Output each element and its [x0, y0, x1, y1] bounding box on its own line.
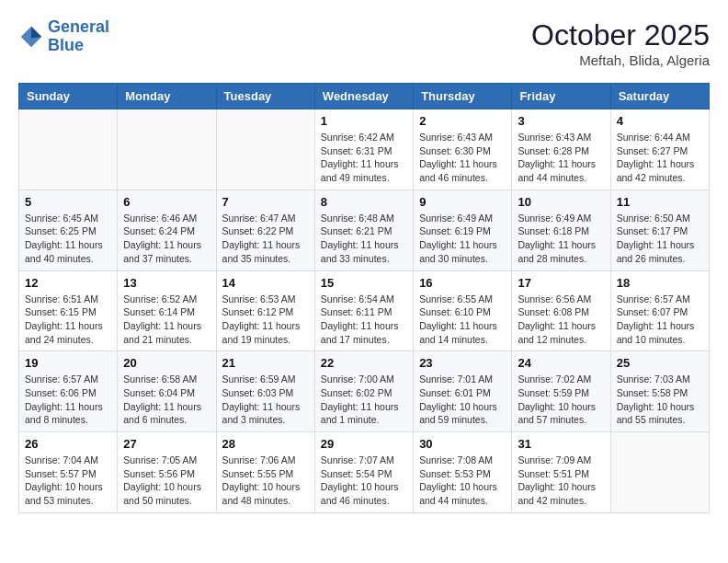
day-info: Sunrise: 6:49 AMSunset: 6:18 PMDaylight:…	[518, 212, 604, 266]
calendar-week-row: 12Sunrise: 6:51 AMSunset: 6:15 PMDayligh…	[19, 270, 710, 351]
day-number: 2	[419, 114, 506, 128]
day-number: 8	[321, 195, 407, 209]
day-info: Sunrise: 6:47 AMSunset: 6:22 PMDaylight:…	[222, 212, 309, 266]
calendar-day-cell	[19, 109, 118, 190]
weekday-header: Saturday	[610, 84, 709, 109]
calendar-day-cell: 14Sunrise: 6:53 AMSunset: 6:12 PMDayligh…	[216, 270, 314, 351]
page-title: October 2025	[531, 18, 710, 52]
calendar-day-cell: 11Sunrise: 6:50 AMSunset: 6:17 PMDayligh…	[610, 190, 709, 270]
calendar-week-row: 19Sunrise: 6:57 AMSunset: 6:06 PMDayligh…	[19, 351, 710, 432]
logo-icon	[18, 24, 44, 50]
day-info: Sunrise: 6:51 AMSunset: 6:15 PMDaylight:…	[25, 293, 111, 347]
day-number: 17	[518, 276, 604, 290]
day-number: 30	[419, 437, 506, 451]
day-info: Sunrise: 7:07 AMSunset: 5:54 PMDaylight:…	[321, 454, 407, 508]
calendar-day-cell: 12Sunrise: 6:51 AMSunset: 6:15 PMDayligh…	[19, 270, 118, 351]
day-info: Sunrise: 6:55 AMSunset: 6:10 PMDaylight:…	[419, 293, 506, 347]
calendar-day-cell: 19Sunrise: 6:57 AMSunset: 6:06 PMDayligh…	[19, 351, 118, 432]
weekday-header: Thursday	[414, 84, 512, 109]
day-number: 3	[518, 114, 604, 128]
calendar-day-cell: 18Sunrise: 6:57 AMSunset: 6:07 PMDayligh…	[610, 270, 709, 351]
weekday-header: Sunday	[19, 84, 118, 109]
page-header: General Blue October 2025 Meftah, Blida,…	[18, 18, 710, 68]
day-info: Sunrise: 6:54 AMSunset: 6:11 PMDaylight:…	[321, 293, 407, 347]
day-info: Sunrise: 7:01 AMSunset: 6:01 PMDaylight:…	[419, 373, 506, 427]
day-number: 1	[321, 114, 407, 128]
day-info: Sunrise: 6:42 AMSunset: 6:31 PMDaylight:…	[321, 131, 407, 185]
calendar-day-cell: 3Sunrise: 6:43 AMSunset: 6:28 PMDaylight…	[512, 109, 610, 190]
logo-text: General Blue	[48, 18, 109, 55]
calendar-day-cell: 16Sunrise: 6:55 AMSunset: 6:10 PMDayligh…	[414, 270, 512, 351]
calendar-day-cell	[610, 432, 709, 513]
day-info: Sunrise: 7:08 AMSunset: 5:53 PMDaylight:…	[419, 454, 506, 508]
calendar-day-cell: 31Sunrise: 7:09 AMSunset: 5:51 PMDayligh…	[512, 432, 610, 513]
calendar-day-cell: 29Sunrise: 7:07 AMSunset: 5:54 PMDayligh…	[314, 432, 413, 513]
day-number: 25	[617, 356, 703, 370]
calendar-day-cell: 6Sunrise: 6:46 AMSunset: 6:24 PMDaylight…	[118, 190, 216, 270]
day-info: Sunrise: 6:58 AMSunset: 6:04 PMDaylight:…	[123, 373, 210, 427]
day-number: 4	[617, 114, 703, 128]
day-number: 7	[222, 195, 309, 209]
calendar-day-cell: 7Sunrise: 6:47 AMSunset: 6:22 PMDaylight…	[216, 190, 314, 270]
calendar-day-cell: 9Sunrise: 6:49 AMSunset: 6:19 PMDaylight…	[414, 190, 512, 270]
calendar-day-cell: 26Sunrise: 7:04 AMSunset: 5:57 PMDayligh…	[19, 432, 118, 513]
calendar-day-cell: 17Sunrise: 6:56 AMSunset: 6:08 PMDayligh…	[512, 270, 610, 351]
calendar-day-cell: 10Sunrise: 6:49 AMSunset: 6:18 PMDayligh…	[512, 190, 610, 270]
title-block: October 2025 Meftah, Blida, Algeria	[531, 18, 710, 68]
day-info: Sunrise: 6:44 AMSunset: 6:27 PMDaylight:…	[617, 131, 703, 185]
logo-line1: General	[48, 17, 109, 36]
calendar-week-row: 26Sunrise: 7:04 AMSunset: 5:57 PMDayligh…	[19, 432, 710, 513]
day-number: 15	[321, 276, 407, 290]
day-number: 13	[123, 276, 210, 290]
day-info: Sunrise: 7:06 AMSunset: 5:55 PMDaylight:…	[222, 454, 309, 508]
calendar-day-cell: 28Sunrise: 7:06 AMSunset: 5:55 PMDayligh…	[216, 432, 314, 513]
logo-line2: Blue	[48, 36, 84, 54]
calendar-day-cell: 4Sunrise: 6:44 AMSunset: 6:27 PMDaylight…	[610, 109, 709, 190]
calendar-table: SundayMondayTuesdayWednesdayThursdayFrid…	[18, 83, 710, 513]
calendar-day-cell: 22Sunrise: 7:00 AMSunset: 6:02 PMDayligh…	[314, 351, 413, 432]
day-info: Sunrise: 6:56 AMSunset: 6:08 PMDaylight:…	[518, 293, 604, 347]
day-number: 5	[25, 195, 111, 209]
day-info: Sunrise: 6:43 AMSunset: 6:30 PMDaylight:…	[419, 131, 506, 185]
day-info: Sunrise: 7:09 AMSunset: 5:51 PMDaylight:…	[518, 454, 604, 508]
calendar-day-cell: 27Sunrise: 7:05 AMSunset: 5:56 PMDayligh…	[118, 432, 216, 513]
day-info: Sunrise: 6:46 AMSunset: 6:24 PMDaylight:…	[123, 212, 210, 266]
svg-marker-1	[31, 27, 41, 39]
weekday-header: Wednesday	[314, 84, 413, 109]
day-number: 22	[321, 356, 407, 370]
calendar-week-row: 5Sunrise: 6:45 AMSunset: 6:25 PMDaylight…	[19, 190, 710, 270]
calendar-day-cell: 21Sunrise: 6:59 AMSunset: 6:03 PMDayligh…	[216, 351, 314, 432]
calendar-week-row: 1Sunrise: 6:42 AMSunset: 6:31 PMDaylight…	[19, 109, 710, 190]
page-subtitle: Meftah, Blida, Algeria	[531, 52, 710, 68]
calendar-day-cell: 23Sunrise: 7:01 AMSunset: 6:01 PMDayligh…	[414, 351, 512, 432]
calendar-day-cell: 13Sunrise: 6:52 AMSunset: 6:14 PMDayligh…	[118, 270, 216, 351]
day-info: Sunrise: 6:50 AMSunset: 6:17 PMDaylight:…	[617, 212, 703, 266]
day-info: Sunrise: 6:59 AMSunset: 6:03 PMDaylight:…	[222, 373, 309, 427]
day-number: 23	[419, 356, 506, 370]
calendar-day-cell: 8Sunrise: 6:48 AMSunset: 6:21 PMDaylight…	[314, 190, 413, 270]
day-number: 31	[518, 437, 604, 451]
day-number: 21	[222, 356, 309, 370]
day-info: Sunrise: 6:48 AMSunset: 6:21 PMDaylight:…	[321, 212, 407, 266]
day-number: 29	[321, 437, 407, 451]
calendar-day-cell	[118, 109, 216, 190]
weekday-header: Friday	[512, 84, 610, 109]
calendar-day-cell: 1Sunrise: 6:42 AMSunset: 6:31 PMDaylight…	[314, 109, 413, 190]
logo: General Blue	[18, 18, 109, 55]
day-number: 20	[123, 356, 210, 370]
calendar-header-row: SundayMondayTuesdayWednesdayThursdayFrid…	[19, 84, 710, 109]
day-number: 16	[419, 276, 506, 290]
calendar-day-cell: 20Sunrise: 6:58 AMSunset: 6:04 PMDayligh…	[118, 351, 216, 432]
day-info: Sunrise: 7:03 AMSunset: 5:58 PMDaylight:…	[617, 373, 703, 427]
day-info: Sunrise: 6:43 AMSunset: 6:28 PMDaylight:…	[518, 131, 604, 185]
day-info: Sunrise: 6:57 AMSunset: 6:07 PMDaylight:…	[617, 293, 703, 347]
calendar-day-cell: 2Sunrise: 6:43 AMSunset: 6:30 PMDaylight…	[414, 109, 512, 190]
day-info: Sunrise: 6:57 AMSunset: 6:06 PMDaylight:…	[25, 373, 111, 427]
day-number: 6	[123, 195, 210, 209]
weekday-header: Monday	[118, 84, 216, 109]
calendar-day-cell: 5Sunrise: 6:45 AMSunset: 6:25 PMDaylight…	[19, 190, 118, 270]
day-number: 26	[25, 437, 111, 451]
day-info: Sunrise: 7:04 AMSunset: 5:57 PMDaylight:…	[25, 454, 111, 508]
day-number: 12	[25, 276, 111, 290]
day-info: Sunrise: 6:52 AMSunset: 6:14 PMDaylight:…	[123, 293, 210, 347]
